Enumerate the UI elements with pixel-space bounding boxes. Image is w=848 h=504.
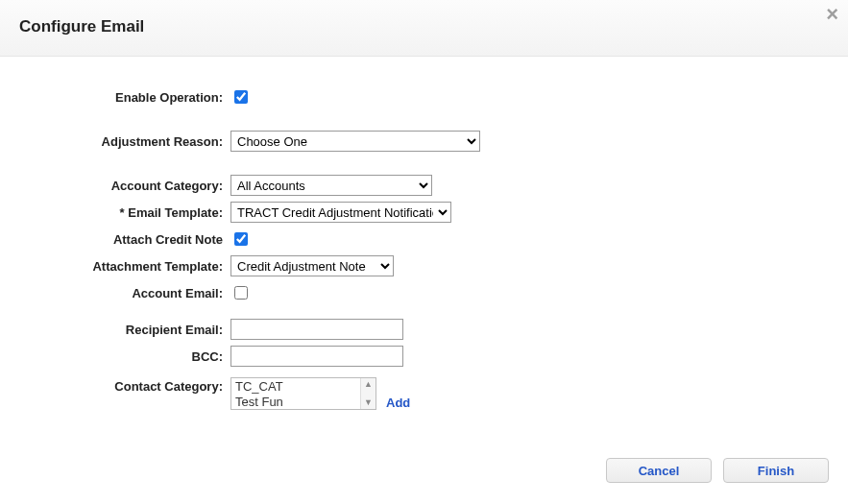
list-item[interactable]: TC_CAT: [235, 379, 356, 395]
account-email-label: Account Email:: [19, 286, 230, 300]
contact-category-listbox[interactable]: TC_CAT Test Fun ▲ ▼: [230, 377, 376, 410]
contact-category-label: Contact Category:: [19, 377, 230, 394]
bcc-input[interactable]: [230, 346, 403, 367]
account-category-label: Account Category:: [19, 179, 230, 193]
close-icon[interactable]: ×: [826, 4, 838, 25]
adjustment-reason-select[interactable]: Choose One: [230, 131, 480, 152]
dialog-footer: Cancel Finish: [0, 420, 848, 502]
dialog-header: × Configure Email: [0, 0, 848, 57]
cancel-button[interactable]: Cancel: [606, 458, 712, 483]
bcc-label: BCC:: [19, 349, 230, 364]
account-category-select[interactable]: All Accounts: [230, 175, 432, 196]
listbox-scrollbar[interactable]: ▲ ▼: [360, 378, 376, 409]
attachment-template-select[interactable]: Credit Adjustment Note: [230, 255, 394, 276]
enable-operation-checkbox[interactable]: [234, 90, 248, 104]
attachment-template-label: Attachment Template:: [19, 259, 230, 274]
recipient-email-label: Recipient Email:: [19, 323, 230, 337]
adjustment-reason-label: Adjustment Reason:: [19, 134, 230, 149]
add-link[interactable]: Add: [386, 396, 410, 410]
enable-operation-label: Enable Operation:: [19, 90, 230, 105]
attach-credit-note-checkbox[interactable]: [234, 232, 248, 246]
recipient-email-input[interactable]: [230, 319, 403, 340]
dialog-title: Configure Email: [19, 17, 829, 36]
finish-button[interactable]: Finish: [723, 458, 829, 483]
account-email-checkbox[interactable]: [234, 286, 248, 300]
attach-credit-note-label: Attach Credit Note: [19, 232, 230, 247]
chevron-down-icon[interactable]: ▼: [364, 398, 373, 407]
form-area: Enable Operation: Adjustment Reason: Cho…: [0, 57, 848, 420]
email-template-label: * Email Template:: [19, 205, 230, 220]
chevron-up-icon[interactable]: ▲: [364, 380, 373, 389]
list-item[interactable]: Test Fun: [235, 395, 356, 409]
email-template-select[interactable]: TRACT Credit Adjustment Notification: [230, 202, 451, 223]
